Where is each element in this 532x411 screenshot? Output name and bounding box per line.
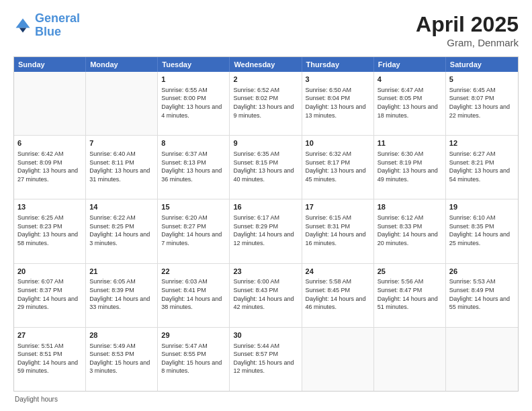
calendar-header: SundayMondayTuesdayWednesdayThursdayFrid… xyxy=(14,57,518,72)
cell-text: Sunrise: 6:15 AM Sunset: 8:31 PM Dayligh… xyxy=(306,214,366,246)
cell-text: Sunrise: 6:27 AM Sunset: 8:21 PM Dayligh… xyxy=(449,150,510,183)
calendar-row: 1Sunrise: 6:55 AM Sunset: 8:00 PM Daylig… xyxy=(14,72,518,135)
calendar-day-cell: 25Sunrise: 5:56 AM Sunset: 8:47 PM Dayli… xyxy=(374,264,446,327)
calendar-row: 27Sunrise: 5:51 AM Sunset: 8:51 PM Dayli… xyxy=(14,327,518,391)
calendar-day-cell: 6Sunrise: 6:42 AM Sunset: 8:09 PM Daylig… xyxy=(14,136,86,199)
calendar-row: 13Sunrise: 6:25 AM Sunset: 8:23 PM Dayli… xyxy=(14,199,518,263)
cell-text: Sunrise: 6:20 AM Sunset: 8:27 PM Dayligh… xyxy=(161,214,222,246)
day-number: 26 xyxy=(449,267,515,277)
logo-text: General Blue xyxy=(35,12,80,39)
day-number: 7 xyxy=(89,138,154,148)
cell-text: Sunrise: 6:17 AM Sunset: 8:29 PM Dayligh… xyxy=(233,214,294,246)
cell-text: Sunrise: 5:53 AM Sunset: 8:49 PM Dayligh… xyxy=(449,278,510,310)
cell-text: Sunrise: 6:45 AM Sunset: 8:07 PM Dayligh… xyxy=(449,87,510,119)
calendar-day-cell: 12Sunrise: 6:27 AM Sunset: 8:21 PM Dayli… xyxy=(446,136,518,199)
day-number: 16 xyxy=(233,202,298,212)
cell-text: Sunrise: 6:42 AM Sunset: 8:09 PM Dayligh… xyxy=(17,150,78,183)
day-of-week-header: Wednesday xyxy=(230,57,302,72)
calendar-day-cell: 9Sunrise: 6:35 AM Sunset: 8:15 PM Daylig… xyxy=(230,136,302,199)
day-number: 19 xyxy=(449,202,515,212)
day-number: 1 xyxy=(161,75,226,85)
day-of-week-header: Monday xyxy=(86,57,158,72)
header: General Blue April 2025 Gram, Denmark xyxy=(13,12,519,48)
calendar-empty-cell xyxy=(86,72,158,135)
cell-text: Sunrise: 5:47 AM Sunset: 8:55 PM Dayligh… xyxy=(161,342,222,375)
cell-text: Sunrise: 5:44 AM Sunset: 8:57 PM Dayligh… xyxy=(233,342,294,375)
svg-marker-0 xyxy=(16,18,30,28)
day-number: 4 xyxy=(378,75,442,85)
calendar-day-cell: 28Sunrise: 5:49 AM Sunset: 8:53 PM Dayli… xyxy=(86,328,158,391)
calendar-day-cell: 30Sunrise: 5:44 AM Sunset: 8:57 PM Dayli… xyxy=(230,328,302,391)
calendar-day-cell: 7Sunrise: 6:40 AM Sunset: 8:11 PM Daylig… xyxy=(86,136,158,199)
day-number: 28 xyxy=(89,330,154,340)
day-number: 14 xyxy=(89,202,154,212)
calendar-day-cell: 29Sunrise: 5:47 AM Sunset: 8:55 PM Dayli… xyxy=(158,328,230,391)
day-number: 6 xyxy=(17,138,82,148)
footer-text: Daylight hours xyxy=(15,396,58,403)
calendar-day-cell: 16Sunrise: 6:17 AM Sunset: 8:29 PM Dayli… xyxy=(230,199,302,263)
cell-text: Sunrise: 6:47 AM Sunset: 8:05 PM Dayligh… xyxy=(378,87,438,119)
calendar-day-cell: 24Sunrise: 5:58 AM Sunset: 8:45 PM Dayli… xyxy=(302,264,374,327)
cell-text: Sunrise: 6:10 AM Sunset: 8:35 PM Dayligh… xyxy=(449,214,510,246)
calendar-day-cell: 22Sunrise: 6:03 AM Sunset: 8:41 PM Dayli… xyxy=(158,264,230,327)
day-of-week-header: Saturday xyxy=(446,57,518,72)
title-block: April 2025 Gram, Denmark xyxy=(416,12,519,48)
calendar-day-cell: 2Sunrise: 6:52 AM Sunset: 8:02 PM Daylig… xyxy=(230,72,302,135)
cell-text: Sunrise: 6:50 AM Sunset: 8:04 PM Dayligh… xyxy=(306,87,366,119)
cell-text: Sunrise: 5:49 AM Sunset: 8:53 PM Dayligh… xyxy=(89,342,150,375)
cell-text: Sunrise: 6:07 AM Sunset: 8:37 PM Dayligh… xyxy=(17,278,78,310)
day-number: 23 xyxy=(233,267,298,277)
day-number: 20 xyxy=(17,267,82,277)
calendar-day-cell: 21Sunrise: 6:05 AM Sunset: 8:39 PM Dayli… xyxy=(86,264,158,327)
day-number: 27 xyxy=(17,330,82,340)
cell-text: Sunrise: 6:05 AM Sunset: 8:39 PM Dayligh… xyxy=(89,278,150,310)
day-number: 30 xyxy=(233,330,298,340)
logo-icon xyxy=(13,16,32,35)
cell-text: Sunrise: 6:35 AM Sunset: 8:15 PM Dayligh… xyxy=(233,150,294,183)
calendar: SundayMondayTuesdayWednesdayThursdayFrid… xyxy=(13,56,519,392)
day-number: 15 xyxy=(161,202,226,212)
day-number: 13 xyxy=(17,202,82,212)
calendar-day-cell: 3Sunrise: 6:50 AM Sunset: 8:04 PM Daylig… xyxy=(302,72,374,135)
day-number: 9 xyxy=(233,138,298,148)
day-number: 18 xyxy=(378,202,442,212)
day-number: 11 xyxy=(378,138,442,148)
day-number: 22 xyxy=(161,267,226,277)
calendar-day-cell: 15Sunrise: 6:20 AM Sunset: 8:27 PM Dayli… xyxy=(158,199,230,263)
logo-line1: General xyxy=(35,11,80,25)
calendar-day-cell: 26Sunrise: 5:53 AM Sunset: 8:49 PM Dayli… xyxy=(446,264,518,327)
calendar-row: 20Sunrise: 6:07 AM Sunset: 8:37 PM Dayli… xyxy=(14,263,518,327)
calendar-day-cell: 23Sunrise: 6:00 AM Sunset: 8:43 PM Dayli… xyxy=(230,264,302,327)
cell-text: Sunrise: 6:32 AM Sunset: 8:17 PM Dayligh… xyxy=(306,150,366,183)
cell-text: Sunrise: 6:37 AM Sunset: 8:13 PM Dayligh… xyxy=(161,150,222,183)
footer: Daylight hours xyxy=(13,396,519,403)
cell-text: Sunrise: 6:12 AM Sunset: 8:33 PM Dayligh… xyxy=(378,214,438,246)
cell-text: Sunrise: 6:22 AM Sunset: 8:25 PM Dayligh… xyxy=(89,214,150,246)
day-number: 2 xyxy=(233,75,298,85)
calendar-empty-cell xyxy=(14,72,86,135)
calendar-empty-cell xyxy=(446,328,518,391)
day-of-week-header: Sunday xyxy=(14,57,86,72)
day-number: 21 xyxy=(89,267,154,277)
calendar-day-cell: 13Sunrise: 6:25 AM Sunset: 8:23 PM Dayli… xyxy=(14,199,86,263)
calendar-day-cell: 10Sunrise: 6:32 AM Sunset: 8:17 PM Dayli… xyxy=(302,136,374,199)
cell-text: Sunrise: 5:51 AM Sunset: 8:51 PM Dayligh… xyxy=(17,342,78,375)
calendar-day-cell: 1Sunrise: 6:55 AM Sunset: 8:00 PM Daylig… xyxy=(158,72,230,135)
day-of-week-header: Thursday xyxy=(302,57,374,72)
calendar-day-cell: 4Sunrise: 6:47 AM Sunset: 8:05 PM Daylig… xyxy=(374,72,446,135)
page: General Blue April 2025 Gram, Denmark Su… xyxy=(0,0,532,411)
calendar-body: 1Sunrise: 6:55 AM Sunset: 8:00 PM Daylig… xyxy=(14,72,518,391)
cell-text: Sunrise: 5:58 AM Sunset: 8:45 PM Dayligh… xyxy=(306,278,366,310)
cell-text: Sunrise: 6:55 AM Sunset: 8:00 PM Dayligh… xyxy=(161,87,222,119)
cell-text: Sunrise: 6:25 AM Sunset: 8:23 PM Dayligh… xyxy=(17,214,78,246)
day-number: 25 xyxy=(378,267,442,277)
cell-text: Sunrise: 6:03 AM Sunset: 8:41 PM Dayligh… xyxy=(161,278,222,310)
calendar-day-cell: 11Sunrise: 6:30 AM Sunset: 8:19 PM Dayli… xyxy=(374,136,446,199)
main-title: April 2025 xyxy=(416,12,519,37)
calendar-day-cell: 17Sunrise: 6:15 AM Sunset: 8:31 PM Dayli… xyxy=(302,199,374,263)
day-number: 5 xyxy=(449,75,515,85)
cell-text: Sunrise: 6:00 AM Sunset: 8:43 PM Dayligh… xyxy=(233,278,294,310)
cell-text: Sunrise: 5:56 AM Sunset: 8:47 PM Dayligh… xyxy=(378,278,438,310)
day-number: 10 xyxy=(306,138,370,148)
calendar-row: 6Sunrise: 6:42 AM Sunset: 8:09 PM Daylig… xyxy=(14,135,518,199)
